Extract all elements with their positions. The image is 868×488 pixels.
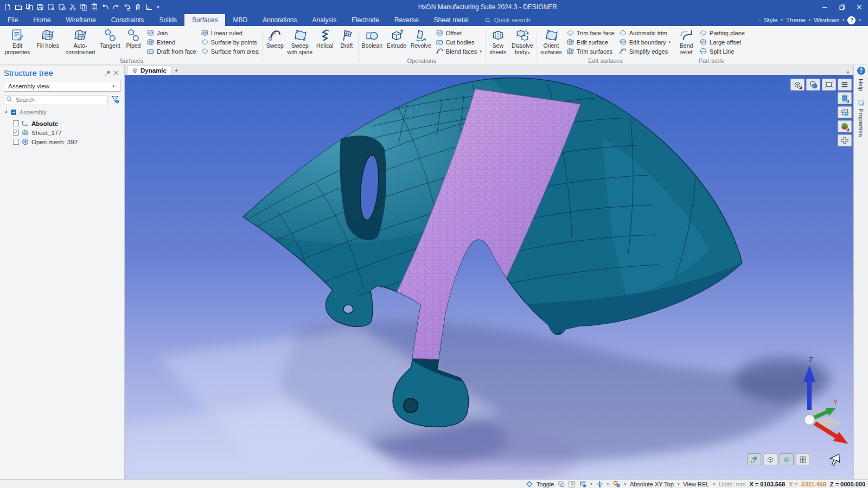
ribbon-button-parting-plane[interactable]: Parting plane [699, 28, 745, 37]
tree-item-absolute[interactable]: Absolute [0, 120, 124, 127]
ribbon-button-trim-face-face[interactable]: Trim face-face [566, 28, 615, 37]
3d-canvas[interactable]: Z Y X [125, 75, 853, 479]
tab-reverse[interactable]: Reverse [387, 14, 426, 26]
ribbon-button-tangent[interactable]: Tangent [98, 27, 123, 57]
cut-icon[interactable] [69, 3, 76, 11]
pin-panel-icon[interactable] [103, 70, 112, 76]
expander-icon[interactable]: > [4, 109, 8, 115]
prompt-help-icon[interactable]: ? [569, 481, 575, 487]
isometric-view-button[interactable] [790, 79, 805, 91]
ribbon-button-dissolve-body[interactable]: Dissolve body▾ [509, 27, 535, 56]
work-plane-selector[interactable]: Absolute XY Top [630, 481, 674, 487]
toggle-diamond-icon[interactable] [526, 481, 533, 487]
open-folder-icon[interactable] [15, 3, 22, 11]
scene-3d-model[interactable]: Z Y X [125, 75, 853, 479]
windows-menu[interactable]: Windows [814, 17, 839, 23]
ribbon-button-large-offset[interactable]: Large offset [699, 37, 745, 47]
tab-surfaces[interactable]: Surfaces [184, 14, 225, 26]
copy-icon[interactable] [80, 3, 87, 11]
new-document-icon[interactable] [4, 3, 11, 11]
filter-button[interactable] [110, 94, 120, 105]
save-icon[interactable] [36, 3, 44, 11]
ribbon-button-cut-bodies[interactable]: Cut bodies [436, 37, 482, 47]
search-input[interactable] [4, 95, 107, 105]
paste-icon[interactable] [91, 3, 98, 11]
ribbon-button-surface-by-points[interactable]: Surface by points [201, 37, 259, 47]
ribbon-button-join[interactable]: Join [146, 28, 196, 37]
tree-view-selector[interactable]: Assembly view ▾ [4, 81, 120, 92]
tree-item-sheet-177[interactable]: ✓ Sheet_177 [0, 129, 124, 137]
style-menu[interactable]: Style [764, 17, 778, 23]
ribbon-button-automatic-trim[interactable]: Automatic trim [619, 28, 671, 37]
ribbon-button-bend-relief[interactable]: Bend relief [675, 27, 697, 57]
checkbox-sheet-177[interactable]: ✓ [13, 130, 19, 136]
ribbon-button-piped[interactable]: Piped [123, 27, 144, 57]
viewport-tab-dynamic[interactable]: Dynamic [127, 66, 171, 75]
close-panel-icon[interactable] [112, 70, 120, 75]
shaded-mode-button[interactable] [838, 92, 852, 104]
ribbon-button-linear-ruled[interactable]: Linear ruled [201, 28, 259, 37]
tab-constraints[interactable]: Constraints [104, 14, 152, 26]
help-button[interactable]: ? [847, 16, 856, 24]
ribbon-button-edit-boundary[interactable]: Edit boundary▾ [619, 37, 671, 47]
view-rel-selector[interactable]: View REL [683, 481, 709, 487]
close-button[interactable] [851, 0, 868, 14]
ribbon-button-sew-sheets[interactable]: Sew sheets [487, 27, 509, 56]
redo-icon[interactable] [112, 3, 120, 11]
fit-view-button[interactable] [822, 79, 836, 91]
ribbon-button-blend-faces[interactable]: Blend faces▾ [436, 47, 482, 56]
tab-help[interactable]: Help [858, 75, 864, 95]
undo-history-icon[interactable] [123, 3, 131, 11]
restore-button[interactable] [833, 0, 851, 14]
tree-item-open-mesh-392[interactable]: Open mesh_392 [0, 138, 124, 146]
surface-analysis-button[interactable] [838, 106, 852, 118]
select-entity-button[interactable] [747, 453, 761, 465]
tree-item-assembly[interactable]: > Assembly [0, 108, 124, 116]
ribbon-button-split-line[interactable]: Split Line [699, 47, 745, 56]
ribbon-button-surface-from-area[interactable]: Surface from area [201, 47, 259, 56]
ribbon-button-simplify-edges[interactable]: Simplify edges [619, 47, 671, 56]
ribbon-button-draft-from-face[interactable]: Draft from face [146, 47, 196, 56]
ribbon-button-draft[interactable]: Draft [336, 27, 357, 56]
ribbon-button-sweep[interactable]: Sweep [264, 27, 286, 56]
ribbon-button-boolean[interactable]: Boolean [360, 27, 385, 57]
checkbox-open-mesh-392[interactable] [13, 139, 19, 145]
tab-annotations[interactable]: Annotations [255, 14, 304, 26]
display-mode-menu-button[interactable] [838, 79, 852, 91]
measure-icon[interactable] [145, 3, 152, 11]
tab-electrode[interactable]: Electrode [344, 14, 387, 26]
tab-solids[interactable]: Solids [151, 14, 184, 26]
ribbon-button-offset[interactable]: Offset [436, 28, 482, 37]
snap-circle-icon[interactable] [558, 480, 565, 487]
select-transparent-button[interactable] [780, 453, 794, 465]
render-style-button[interactable] [838, 120, 852, 132]
import-icon[interactable] [25, 3, 33, 11]
work-plane-icon[interactable] [596, 480, 603, 487]
checkbox-absolute[interactable] [13, 120, 19, 126]
tab-home[interactable]: Home [25, 14, 58, 26]
selection-filter-icon[interactable] [579, 480, 586, 487]
tab-wireframe[interactable]: Wireframe [58, 14, 103, 26]
tab-sheet-metal[interactable]: Sheet metal [426, 14, 476, 26]
select-body-button[interactable] [763, 453, 777, 465]
ribbon-button-trim-surfaces[interactable]: Trim surfaces [566, 47, 615, 56]
ribbon-button-extend[interactable]: Extend [146, 37, 196, 47]
delete-icon[interactable] [134, 3, 142, 11]
constraint-gear-icon[interactable] [612, 480, 620, 487]
undo-icon[interactable] [101, 3, 109, 11]
collapse-ribbon-chevron[interactable]: ^ [757, 18, 762, 22]
zoom-previous-button[interactable] [806, 79, 820, 91]
tab-properties[interactable]: Properties [858, 95, 865, 140]
ribbon-button-extrude[interactable]: Extrude [385, 27, 409, 57]
save-all-icon[interactable] [58, 3, 66, 11]
help-bubble-icon[interactable]: ? [857, 67, 865, 75]
viewport-menu-caret[interactable]: ▾ [847, 70, 853, 75]
ribbon-button-fill-holes[interactable]: Fill holes [33, 27, 63, 57]
new-viewport-tab-button[interactable]: + [171, 67, 181, 75]
ribbon-button-revolve[interactable]: Revolve [409, 27, 433, 57]
ribbon-button-auto-constrained[interactable]: Auto-constrained [63, 27, 98, 57]
multi-view-button[interactable] [796, 453, 810, 465]
minimize-button[interactable] [816, 0, 833, 14]
unfold-views-button[interactable] [838, 134, 852, 146]
save-as-icon[interactable] [47, 3, 55, 11]
